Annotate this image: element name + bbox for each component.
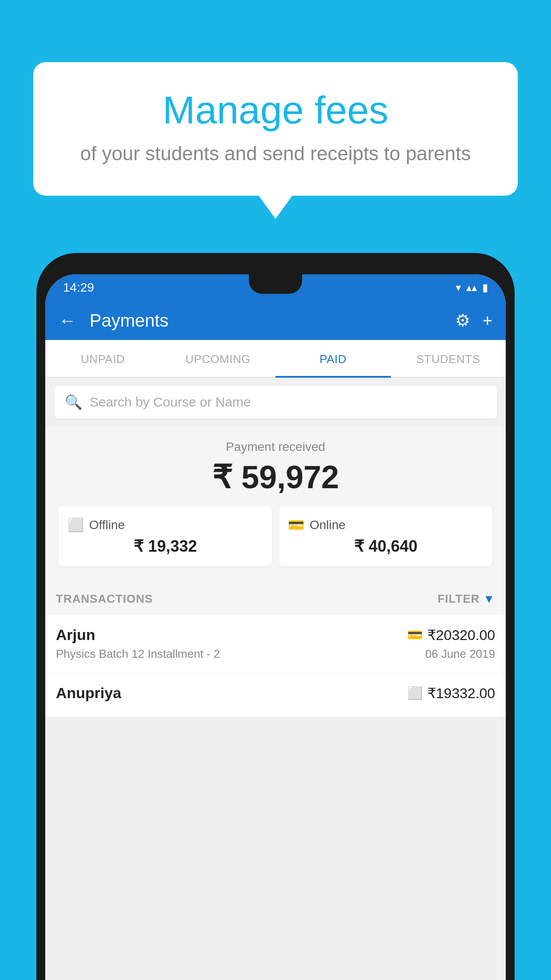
header-actions: ⚙ + bbox=[455, 311, 492, 330]
app-header: ← Payments ⚙ + bbox=[45, 301, 506, 340]
phone-mockup: 14:29 ▾ ▴▴ ▮ ← Payments ⚙ + UNPAID UPCOM… bbox=[36, 253, 515, 980]
offline-label: Offline bbox=[89, 518, 125, 532]
speech-bubble: Manage fees of your students and send re… bbox=[33, 62, 518, 196]
add-icon[interactable]: + bbox=[483, 311, 492, 330]
tx-date: 06 June 2019 bbox=[425, 647, 495, 661]
tab-unpaid[interactable]: UNPAID bbox=[45, 340, 161, 377]
offline-icon: ⬜ bbox=[67, 517, 84, 533]
offline-amount: ₹ 19,332 bbox=[67, 537, 263, 556]
online-payment-card: 💳 Online ₹ 40,640 bbox=[279, 506, 492, 566]
tab-upcoming[interactable]: UPCOMING bbox=[161, 340, 276, 377]
payment-received-label: Payment received bbox=[54, 440, 497, 454]
back-button[interactable]: ← bbox=[59, 311, 76, 331]
tx-payment-icon: ⬜ bbox=[407, 686, 423, 700]
phone-screen: 14:29 ▾ ▴▴ ▮ ← Payments ⚙ + UNPAID UPCOM… bbox=[45, 274, 506, 980]
online-amount: ₹ 40,640 bbox=[288, 537, 484, 556]
search-placeholder: Search by Course or Name bbox=[90, 395, 251, 410]
transactions-label: TRANSACTIONS bbox=[56, 592, 153, 606]
payment-summary: Payment received ₹ 59,972 ⬜ Offline ₹ 19… bbox=[45, 427, 506, 580]
page-title: Payments bbox=[90, 311, 446, 331]
payment-cards: ⬜ Offline ₹ 19,332 💳 Online ₹ 40,640 bbox=[54, 506, 497, 566]
status-time: 14:29 bbox=[63, 281, 94, 295]
tx-amount: ⬜ ₹19332.00 bbox=[407, 685, 495, 702]
payment-total-amount: ₹ 59,972 bbox=[54, 458, 497, 496]
list-item: Arjun 💳 ₹20320.00 Physics Batch 12 Insta… bbox=[45, 615, 506, 673]
settings-icon[interactable]: ⚙ bbox=[455, 311, 470, 330]
transactions-header: TRANSACTIONS FILTER ▼ bbox=[45, 580, 506, 615]
phone-notch bbox=[249, 274, 302, 294]
search-bar[interactable]: 🔍 Search by Course or Name bbox=[54, 386, 497, 419]
list-item: Anupriya ⬜ ₹19332.00 bbox=[45, 673, 506, 717]
signal-icon: ▴▴ bbox=[466, 281, 477, 294]
filter-icon: ▼ bbox=[483, 592, 495, 606]
tx-amount: 💳 ₹20320.00 bbox=[407, 627, 495, 644]
tx-name: Anupriya bbox=[56, 684, 121, 702]
filter-button[interactable]: FILTER ▼ bbox=[437, 592, 495, 606]
bubble-title: Manage fees bbox=[60, 89, 491, 132]
transaction-list: Arjun 💳 ₹20320.00 Physics Batch 12 Insta… bbox=[45, 615, 506, 717]
tx-name: Arjun bbox=[56, 626, 95, 644]
tx-payment-icon: 💳 bbox=[407, 628, 423, 642]
tabs-bar: UNPAID UPCOMING PAID STUDENTS bbox=[45, 340, 506, 378]
online-icon: 💳 bbox=[288, 517, 304, 533]
offline-payment-card: ⬜ Offline ₹ 19,332 bbox=[59, 506, 272, 566]
bubble-subtitle: of your students and send receipts to pa… bbox=[60, 142, 491, 165]
filter-label: FILTER bbox=[437, 592, 480, 606]
online-label: Online bbox=[310, 518, 346, 532]
status-icons: ▾ ▴▴ ▮ bbox=[456, 281, 488, 294]
battery-icon: ▮ bbox=[482, 281, 488, 294]
tx-course: Physics Batch 12 Installment - 2 bbox=[56, 647, 220, 661]
search-icon: 🔍 bbox=[65, 394, 83, 411]
tab-students[interactable]: STUDENTS bbox=[391, 340, 506, 377]
tab-paid[interactable]: PAID bbox=[276, 340, 391, 377]
wifi-icon: ▾ bbox=[456, 281, 461, 294]
